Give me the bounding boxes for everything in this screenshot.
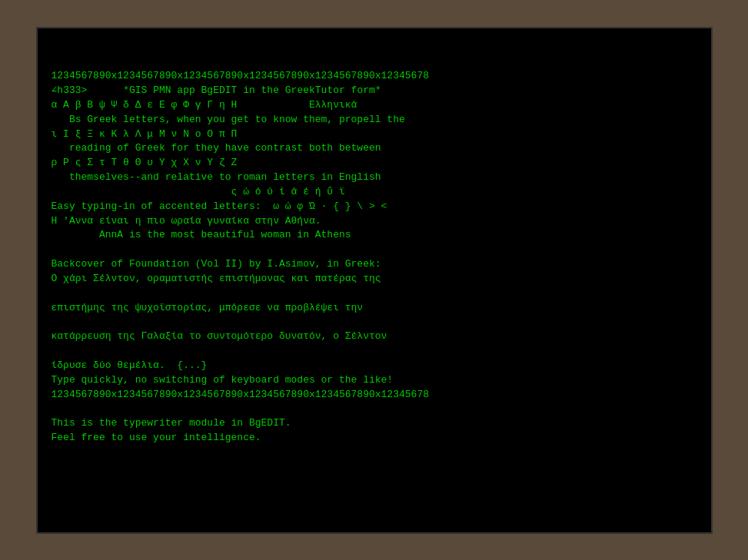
terminal-window: 1234567890x1234567890x1234567890x1234567… — [36, 27, 713, 534]
terminal-line: Ο χάρι Σέλντον, οραματιστής επιστήμονας … — [52, 272, 697, 287]
terminal-line: ρ Ρ ς Σ τ Τ θ Θ υ Υ χ Χ ν Υ ζ Ζ — [52, 156, 697, 171]
empty-line — [52, 316, 697, 330]
terminal-line: themselves--and relative to roman letter… — [52, 171, 697, 185]
terminal-line: ίδρυσε δύο θεμέλια. {...} — [52, 359, 697, 373]
terminal-line: επιστήμης της ψυχοϊστορίας, μπόρεσε να π… — [52, 301, 697, 316]
empty-line — [52, 287, 697, 301]
terminal-line: AnnA is the most beautiful woman in Athe… — [52, 228, 697, 243]
terminal-line: Bs Greek letters, when you get to know t… — [52, 113, 697, 128]
terminal-line: ς ώ ό ύ ί ά έ ή ΰ ϊ — [52, 185, 697, 200]
terminal-line: α Α β Β ψ Ψ δ Δ ε Ε φ Φ γ Γ η Η Ελληνικά — [52, 98, 697, 113]
terminal-line: 1234567890x1234567890x1234567890x1234567… — [52, 69, 697, 84]
terminal-line: Η 'Αννα είναι η πιο ωραία γυναίκα στην Α… — [52, 214, 697, 229]
empty-line — [52, 243, 697, 257]
terminal-line: 1234567890x1234567890x1234567890x1234567… — [52, 388, 697, 403]
terminal-line: Feel free to use your intelligence. — [52, 431, 697, 446]
terminal-line: reading of Greek for they have contrast … — [52, 141, 697, 156]
terminal-line: Backcover of Foundation (Vol II) by I.As… — [52, 257, 697, 272]
terminal-line: Easy typing-in of accented letters: ω ώ … — [52, 200, 697, 214]
terminal-line: κατάρρευση της Γαλαξία το συντομότερο δυ… — [52, 330, 697, 344]
terminal-content[interactable]: 1234567890x1234567890x1234567890x1234567… — [52, 41, 697, 446]
terminal-line: ι Ι ξ Ξ κ Κ λ Λ μ Μ ν Ν ο Ο π Π — [52, 128, 697, 142]
terminal-line: This is the typewriter module in BgEDIT. — [52, 416, 697, 431]
empty-line — [52, 403, 697, 417]
terminal-line: ∠h333> *GIS PMN app BgEDIT in the GreekT… — [52, 84, 697, 98]
terminal-line: Type quickly, no switching of keyboard m… — [52, 373, 697, 388]
empty-line — [52, 344, 697, 359]
